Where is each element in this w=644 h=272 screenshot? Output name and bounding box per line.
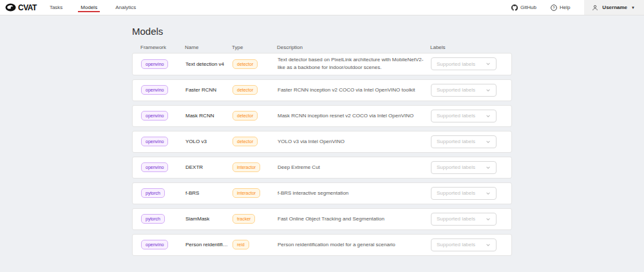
help-label: Help — [560, 5, 570, 10]
framework-tag: openvino — [141, 59, 168, 69]
type-tag: reid — [232, 240, 249, 249]
type-tag: detector — [232, 85, 258, 95]
user-menu[interactable]: Username ▼ — [584, 0, 644, 15]
help-icon: ? — [551, 5, 557, 11]
column-header-type: Type — [232, 44, 277, 50]
framework-tag: openvino — [141, 85, 168, 95]
nav-tab-tasks[interactable]: Tasks — [48, 0, 64, 15]
model-description: Deep Extreme Cut — [278, 164, 431, 171]
model-name: Text detection v4 — [185, 61, 231, 67]
model-name: Faster RCNN — [185, 87, 231, 93]
model-row: openvino DEXTR interactor Deep Extreme C… — [132, 157, 512, 179]
model-row: openvino Faster RCNN detector Faster RCN… — [132, 79, 512, 101]
supported-labels-placeholder: Supported labels — [437, 242, 475, 248]
model-description: Fast Online Object Tracking and Segmenta… — [278, 215, 431, 223]
nav-tab-models[interactable]: Models — [79, 0, 99, 15]
framework-tag: openvino — [141, 240, 168, 249]
type-tag: interactor — [232, 162, 260, 172]
framework-tag: pytorch — [141, 214, 165, 224]
supported-labels-select[interactable]: Supported labels — [431, 161, 497, 174]
supported-labels-placeholder: Supported labels — [437, 139, 475, 144]
model-description: Faster RCNN inception v2 COCO via Intel … — [278, 86, 431, 94]
model-description: YOLO v3 via Intel OpenVINO — [278, 138, 431, 146]
help-link[interactable]: ? Help — [551, 5, 570, 11]
logo-text: CVAT — [18, 3, 37, 12]
column-header-description: Description — [277, 44, 430, 50]
supported-labels-select[interactable]: Supported labels — [431, 110, 497, 122]
type-tag: interactor — [232, 188, 260, 198]
table-header: Framework Name Type Description Labels — [132, 41, 512, 53]
supported-labels-placeholder: Supported labels — [437, 190, 475, 196]
model-row: openvino Mask RCNN detector Mask RCNN in… — [132, 105, 512, 127]
supported-labels-select[interactable]: Supported labels — [431, 187, 497, 200]
model-row: openvino YOLO v3 detector YOLO v3 via In… — [132, 131, 512, 153]
username-label: Username — [602, 5, 627, 10]
model-description: Person reidentification model for a gene… — [278, 241, 431, 249]
model-name: Mask RCNN — [185, 113, 231, 119]
supported-labels-select[interactable]: Supported labels — [431, 213, 497, 226]
chevron-down-icon — [486, 242, 491, 248]
type-tag: detector — [232, 137, 258, 146]
page-title: Models — [132, 26, 512, 37]
type-tag: detector — [232, 111, 258, 121]
model-row: openvino Person reidentificati... reid P… — [132, 234, 512, 256]
model-name: YOLO v3 — [185, 139, 231, 144]
supported-labels-placeholder: Supported labels — [437, 61, 475, 67]
supported-labels-select[interactable]: Supported labels — [431, 57, 497, 70]
supported-labels-placeholder: Supported labels — [437, 164, 475, 170]
main-nav: TasksModelsAnalytics — [48, 0, 137, 15]
model-name: DEXTR — [185, 164, 231, 170]
model-row: openvino Text detection v4 detector Text… — [132, 53, 512, 75]
nav-tab-analytics[interactable]: Analytics — [114, 0, 137, 15]
supported-labels-placeholder: Supported labels — [437, 87, 475, 93]
supported-labels-select[interactable]: Supported labels — [431, 135, 497, 148]
chevron-down-icon — [486, 139, 491, 144]
github-icon — [511, 5, 518, 11]
cvat-logo[interactable]: CVAT — [5, 3, 37, 12]
model-name: SiamMask — [185, 216, 231, 222]
model-name: Person reidentificati... — [185, 242, 231, 248]
chevron-down-icon — [486, 88, 491, 93]
model-name: f-BRS — [185, 190, 231, 196]
chevron-down-icon — [486, 191, 491, 196]
cvat-eye-icon — [5, 3, 16, 12]
column-header-labels: Labels — [430, 44, 512, 50]
user-icon — [592, 5, 598, 11]
framework-tag: openvino — [141, 137, 168, 146]
github-link[interactable]: GitHub — [511, 5, 536, 11]
framework-tag: pytorch — [141, 188, 165, 198]
framework-tag: openvino — [141, 162, 168, 172]
supported-labels-select[interactable]: Supported labels — [431, 84, 497, 97]
chevron-down-icon: ▼ — [631, 6, 635, 10]
model-row: pytorch f-BRS interactor f-BRS interacti… — [132, 182, 512, 204]
github-label: GitHub — [520, 5, 536, 10]
model-description: f-BRS interactive segmentation — [278, 189, 431, 197]
model-row: pytorch SiamMask tracker Fast Online Obj… — [132, 208, 512, 230]
supported-labels-placeholder: Supported labels — [437, 216, 475, 222]
framework-tag: openvino — [141, 111, 168, 121]
top-navbar: CVAT TasksModelsAnalytics GitHub ? Help — [0, 0, 644, 15]
chevron-down-icon — [486, 165, 491, 170]
type-tag: detector — [232, 59, 258, 69]
supported-labels-select[interactable]: Supported labels — [431, 238, 497, 251]
column-header-framework: Framework — [140, 44, 185, 50]
supported-labels-placeholder: Supported labels — [437, 113, 475, 119]
chevron-down-icon — [486, 217, 491, 222]
svg-text:?: ? — [553, 6, 555, 10]
type-tag: tracker — [232, 214, 255, 224]
column-header-name: Name — [185, 44, 232, 50]
chevron-down-icon — [486, 113, 491, 119]
models-list: openvino Text detection v4 detector Text… — [132, 53, 512, 256]
chevron-down-icon — [486, 61, 491, 66]
model-description: Text detector based on PixelLink archite… — [278, 56, 431, 72]
model-description: Mask RCNN inception resnet v2 COCO via I… — [278, 112, 431, 120]
